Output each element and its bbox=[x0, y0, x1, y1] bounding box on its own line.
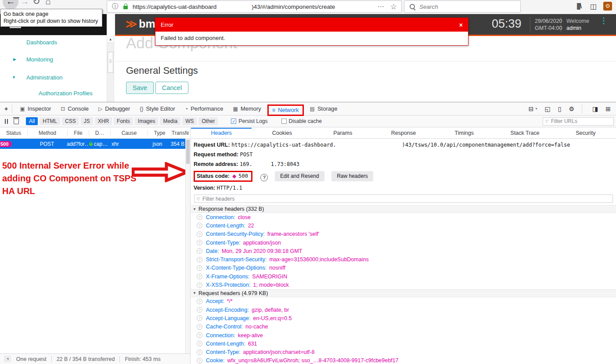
header-row[interactable]: X-Content-Type-Options: nosniff bbox=[191, 264, 616, 272]
edit-and-resend-button[interactable]: Edit and Resend bbox=[275, 171, 324, 181]
address-bar[interactable]: ⓘ https://capalytics-uat-dashboard )43/#… bbox=[107, 0, 402, 13]
details-tab-headers[interactable]: Headers bbox=[191, 128, 252, 138]
extension-icon[interactable]: ⚙ bbox=[603, 2, 612, 11]
header-row[interactable]: Accept-Language: en-US,en;q=0.5 bbox=[191, 314, 616, 322]
settings-gear-icon[interactable]: ⚙ bbox=[569, 105, 574, 112]
header-row[interactable]: Content-Length: 631 bbox=[191, 339, 616, 348]
details-tab-response[interactable]: Response bbox=[373, 128, 434, 138]
sidebar-scrollbar[interactable]: ▲ bbox=[107, 36, 114, 102]
response-headers-section[interactable]: ▼ Response headers (332 B) bbox=[191, 205, 616, 213]
details-tab-cookies[interactable]: Cookies bbox=[252, 128, 312, 138]
column-type[interactable]: Type bbox=[148, 130, 172, 136]
header-kebab-menu-icon[interactable]: ⋮ bbox=[600, 19, 608, 23]
dock-side-icon[interactable]: ◨ bbox=[592, 105, 598, 112]
https-lock-icon[interactable] bbox=[123, 6, 128, 9]
checkbox-unchecked-icon[interactable] bbox=[281, 119, 287, 124]
filter-css[interactable]: CSS bbox=[62, 117, 79, 125]
sidebar-item-monitoring[interactable]: Monitoring bbox=[26, 56, 53, 63]
filter-fonts[interactable]: Fonts bbox=[114, 117, 133, 125]
filter-headers-box[interactable]: ▽ bbox=[194, 195, 613, 203]
scrollbar-thumb[interactable] bbox=[108, 52, 113, 73]
header-row[interactable]: Connection: keep-alive bbox=[191, 331, 616, 339]
filter-urls-input[interactable] bbox=[550, 118, 605, 125]
tab-console[interactable]: ⊡Console bbox=[56, 102, 94, 115]
tab-memory[interactable]: ▦Memory bbox=[228, 102, 266, 115]
split-console-icon[interactable]: ◱ bbox=[545, 105, 551, 112]
details-tab-timings[interactable]: Timings bbox=[434, 128, 494, 138]
header-row[interactable]: Content-Length: 22 bbox=[191, 221, 616, 230]
column-status[interactable]: Status bbox=[0, 130, 28, 136]
raw-headers-button[interactable]: Raw headers bbox=[331, 171, 373, 181]
close-icon[interactable]: × bbox=[459, 22, 463, 28]
column-transferred[interactable]: Transferred bbox=[172, 130, 189, 136]
column-file[interactable]: File bbox=[68, 130, 89, 136]
tab-network-highlighted[interactable]: ≡Network bbox=[267, 105, 304, 116]
pop-out-icon[interactable]: ⊞ bbox=[605, 105, 611, 112]
header-row[interactable]: Content-Type: application/json bbox=[191, 238, 616, 247]
bookmark-star-icon[interactable]: ☆ bbox=[390, 2, 397, 11]
header-row[interactable]: Content-Security-Policy: frame-ancestors… bbox=[191, 230, 616, 238]
cancel-button[interactable]: Cancel bbox=[155, 82, 188, 94]
clear-requests-icon[interactable] bbox=[14, 119, 19, 124]
filter-media[interactable]: Media bbox=[160, 117, 180, 125]
performance-analysis-icon[interactable]: ◔ bbox=[4, 356, 11, 362]
chevron-right-icon[interactable]: ▶ bbox=[13, 57, 16, 61]
reload-icon[interactable]: ↻ bbox=[32, 0, 40, 7]
page-actions-icon[interactable]: ⋯ bbox=[378, 3, 384, 11]
header-row[interactable]: Content-Type: application/json;charset=u… bbox=[191, 348, 616, 356]
scroll-up-icon[interactable]: ▲ bbox=[107, 36, 114, 43]
header-row[interactable]: Cookie: wfx_unq=s8A6UfFviLwGhroh; sso_…8… bbox=[191, 357, 616, 364]
details-tab-security[interactable]: Security bbox=[555, 128, 616, 138]
tab-style-editor[interactable]: {}Style Editor bbox=[135, 102, 180, 115]
column-cause[interactable]: Cause bbox=[111, 130, 148, 136]
header-row[interactable]: Connection: close bbox=[191, 213, 616, 221]
tab-debugger[interactable]: ▷Debugger bbox=[94, 102, 135, 115]
tab-storage[interactable]: ▤Storage bbox=[305, 102, 342, 115]
chevron-down-icon[interactable]: ▼ bbox=[12, 75, 16, 79]
responsive-design-icon[interactable]: ▯ bbox=[558, 105, 562, 112]
back-icon[interactable]: ← bbox=[6, 0, 15, 7]
filter-xhr[interactable]: XHR bbox=[95, 117, 112, 125]
filter-all[interactable]: All bbox=[26, 117, 38, 125]
save-button[interactable]: Save bbox=[126, 82, 154, 94]
sidebar-item-authorization-profiles[interactable]: Authorization Profiles bbox=[39, 90, 93, 97]
pick-element-icon[interactable]: ⌖ bbox=[4, 105, 8, 113]
site-info-icon[interactable]: ⓘ bbox=[112, 3, 118, 11]
forward-icon[interactable]: → bbox=[20, 0, 29, 7]
browser-search-box[interactable] bbox=[404, 0, 521, 13]
column-method[interactable]: Method bbox=[28, 130, 68, 136]
persist-logs-toggle[interactable]: ✓ Persist Logs bbox=[231, 118, 267, 124]
pause-icon[interactable] bbox=[5, 119, 8, 124]
filter-urls-box[interactable]: ▽ bbox=[543, 117, 614, 126]
header-row[interactable]: Date: Mon, 29 Jun 2020 09:38:18 GMT bbox=[191, 247, 616, 255]
header-row[interactable]: X-Frame-Options: SAMEORIGIN bbox=[191, 272, 616, 281]
scrollbar-thumb[interactable] bbox=[186, 140, 190, 164]
filter-js[interactable]: JS bbox=[81, 117, 93, 125]
sidebars-icon[interactable]: ◫ bbox=[590, 2, 597, 11]
filter-ws[interactable]: WS bbox=[182, 117, 197, 125]
dock-options-icon[interactable]: ⊟ bbox=[529, 105, 534, 112]
search-input[interactable] bbox=[418, 3, 504, 11]
tab-performance[interactable]: ◔Performance bbox=[180, 102, 228, 115]
header-row[interactable]: Cache-Control: no-cache bbox=[191, 323, 616, 331]
filter-headers-input[interactable] bbox=[202, 195, 256, 202]
header-row[interactable]: X-XSS-Protection: 1; mode=block bbox=[191, 281, 616, 289]
header-row[interactable]: Accept-Encoding: gzip, deflate, br bbox=[191, 306, 616, 314]
help-icon[interactable]: ? bbox=[260, 174, 268, 181]
request-headers-section[interactable]: ▼ Request headers (4.979 KB) bbox=[191, 289, 616, 297]
column-domain[interactable]: D… bbox=[89, 130, 111, 136]
header-row[interactable]: Accept: */* bbox=[191, 297, 616, 306]
home-icon[interactable]: ⌂ bbox=[45, 0, 51, 7]
checkbox-checked-icon[interactable]: ✓ bbox=[231, 119, 236, 124]
tab-inspector[interactable]: ▣Inspector bbox=[15, 102, 56, 115]
filter-images[interactable]: Images bbox=[135, 117, 158, 125]
sidebar-item-administration[interactable]: Administration bbox=[26, 74, 62, 81]
details-tab-params[interactable]: Params bbox=[313, 128, 373, 138]
header-row[interactable]: Strict-Transport-Security: max-age=31536… bbox=[191, 255, 616, 263]
filter-html[interactable]: HTML bbox=[40, 117, 60, 125]
request-row-selected[interactable]: 500 POST add?for… cap… xhr json 354 B bbox=[0, 139, 190, 149]
sidebar-item-dashboards[interactable]: Dashboards bbox=[26, 39, 57, 46]
library-icon[interactable]: |||\ bbox=[576, 2, 581, 10]
disable-cache-toggle[interactable]: Disable cache bbox=[281, 118, 322, 124]
filter-other[interactable]: Other bbox=[198, 117, 218, 125]
